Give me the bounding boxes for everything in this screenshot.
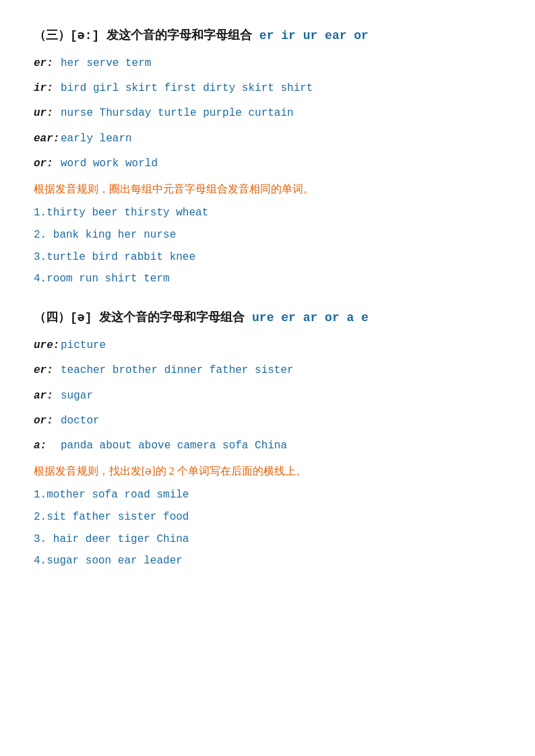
exercise-4-3: 3. hair deer tiger China <box>34 530 501 549</box>
ir-words: bird girl skirt first dirty skirt shirt <box>61 79 501 98</box>
or-row-4: or: doctor <box>34 412 501 430</box>
ure-row: ure: picture <box>34 337 501 355</box>
ir-row: ir: bird girl skirt first dirty skirt sh… <box>34 79 501 98</box>
exercise-3-3: 3.turtle bird rabbit knee <box>34 248 501 267</box>
or-words-4: doctor <box>61 412 501 430</box>
er-words-4: teacher brother dinner father sister <box>61 362 501 380</box>
section-3: （三）[ə:] 发这个音的字母和字母组合 er ir ur ear or er:… <box>34 27 501 289</box>
exercise-3-3-text: 3.turtle bird rabbit knee <box>34 251 195 263</box>
ear-row: ear: early learn <box>34 130 501 148</box>
or-words-3: word work world <box>61 155 501 173</box>
exercise-4-4: 4.sugar soon ear leader <box>34 551 501 571</box>
er-row: er: her serve term <box>34 55 501 73</box>
or-label-4: or: <box>34 412 61 430</box>
ur-label: ur: <box>34 104 61 123</box>
ar-label: ar: <box>34 387 61 405</box>
ure-words: picture <box>61 337 501 355</box>
ur-words: nurse Thursday turtle purple curtain <box>61 104 501 123</box>
or-row-3: or: word work world <box>34 155 501 173</box>
exercise-4-4-text: 4.sugar soon ear leader <box>34 555 183 567</box>
exercise-4-2: 2.sit father sister food <box>34 508 501 527</box>
exercise-3-1-text: 1.thirty beer thirsty wheat <box>34 207 208 219</box>
exercise-4-2-text: 2.sit father sister food <box>34 511 189 523</box>
er-row-4: er: teacher brother dinner father sister <box>34 362 501 380</box>
ure-label: ure: <box>34 337 61 355</box>
or-label-3: or: <box>34 155 61 173</box>
exercise-3-4: 4.room run shirt term <box>34 269 501 289</box>
er-label-4: er: <box>34 362 61 380</box>
section-3-title: （三）[ə:] 发这个音的字母和字母组合 er ir ur ear or <box>34 27 501 45</box>
section-4: （四）[ə] 发这个音的字母和字母组合 ure er ar or a e ure… <box>34 309 501 571</box>
ar-row: ar: sugar <box>34 387 501 405</box>
section-3-instruction: 根据发音规则，圈出每组中元音字母组合发音相同的单词。 <box>34 182 501 197</box>
exercise-4-1: 1.mother sofa road smile <box>34 485 501 505</box>
a-row: a: panda about above camera sofa China <box>34 437 501 455</box>
er-words: her serve term <box>61 55 501 73</box>
er-label: er: <box>34 55 61 73</box>
ear-words: early learn <box>61 130 501 148</box>
exercise-3-2-text: 2. bank king her nurse <box>34 229 176 241</box>
ir-label: ir: <box>34 79 61 98</box>
section-4-combos: ure er ar or a e <box>252 311 369 324</box>
section-3-combos: er ir ur ear or <box>259 29 369 42</box>
ear-label: ear: <box>34 130 61 148</box>
exercise-3-4-text: 4.room run shirt term <box>34 273 170 285</box>
exercise-3-2: 2. bank king her nurse <box>34 226 501 245</box>
exercise-3-1: 1.thirty beer thirsty wheat <box>34 203 501 223</box>
section-4-instruction: 根据发音规则，找出发[ə]的 2 个单词写在后面的横线上。 <box>34 465 501 479</box>
section-4-heading: （四）[ə] 发这个音的字母和字母组合 <box>34 311 245 324</box>
section-4-title: （四）[ə] 发这个音的字母和字母组合 ure er ar or a e <box>34 309 501 327</box>
a-words: panda about above camera sofa China <box>61 437 501 455</box>
ur-row: ur: nurse Thursday turtle purple curtain <box>34 104 501 123</box>
exercise-4-3-text: 3. hair deer tiger China <box>34 533 189 545</box>
section-3-heading: （三）[ə:] 发这个音的字母和字母组合 <box>34 29 252 42</box>
ar-words: sugar <box>61 387 501 405</box>
exercise-4-1-text: 1.mother sofa road smile <box>34 489 189 501</box>
a-label: a: <box>34 437 61 455</box>
